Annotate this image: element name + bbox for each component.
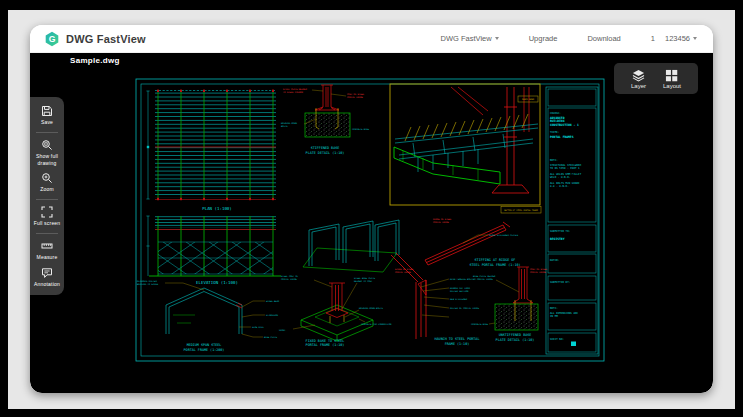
caret-down-icon (495, 37, 499, 40)
cad-annotation: RAFTER OF STEEL PORTAL FRAME (504, 209, 539, 212)
elevation-title: ELEVATION (1:100) (196, 280, 238, 285)
tb-note2-label: NOTE: (550, 307, 558, 310)
cad-annotation: PORTAL FRAME (281, 278, 297, 281)
fullscreen-icon (41, 206, 53, 218)
tb-submitted-by: SUBMITTED BY: (550, 281, 570, 284)
cad-annotation: RAFTER SECTION (450, 290, 469, 293)
account-area: 1 123456 (651, 34, 697, 43)
cad-annotation: EAVES BEAM (266, 300, 280, 303)
cad-annotation: SIDE RAIL (252, 326, 265, 329)
tb-note-line: 8.8 - U.N.O. (550, 185, 569, 188)
cad-drawing[interactable]: COURSE: ADVANCED BUILDING CONSTRUCTION -… (133, 77, 608, 364)
portal-frames-3d (303, 220, 399, 272)
tb-note2-b: IN MM (550, 315, 558, 318)
cad-annotation: PORTAL FRAME (433, 221, 449, 224)
caret-down-icon (693, 37, 697, 40)
brand[interactable]: G DWG FastView (44, 31, 146, 47)
unstiffened-title-1: UNSTIFFENED BASE (499, 333, 532, 337)
menu-product-label: DWG FastView (441, 34, 492, 43)
tb-note-label: NOTE: (550, 159, 558, 162)
plan-title: PLAN (1:100) (202, 206, 232, 211)
cad-annotation: STANCHION (266, 314, 279, 317)
layer-button-label: Layer (631, 83, 646, 89)
ridge-title-2: STEEL PORTAL FRAME (1:10) (469, 263, 520, 267)
full-screen-label: Full screen (34, 220, 61, 227)
annotation-button[interactable]: Annotation (31, 267, 64, 288)
sidebar-divider (36, 199, 58, 200)
save-label: Save (41, 119, 53, 126)
tb-note-line: TO BS 5950 : PART 1 (550, 167, 580, 170)
cad-annotation: PORTAL FRAME (347, 96, 363, 99)
haunch-title-1: HAUNCH TO STEEL PORTAL (435, 337, 480, 341)
dwg-fastview-logo-icon: G (44, 31, 60, 47)
cad-annotation: CONCRETE BASE (471, 323, 489, 326)
annotation-label: Annotation (34, 281, 60, 288)
cad-annotation: CONCRETE PAD FOUNDATION (361, 323, 392, 326)
tb-theme: PORTAL FRAMES (550, 135, 574, 139)
menu-upgrade-label: Upgrade (529, 34, 558, 43)
stiffened-base-detail: STIFF PLATE WELDED TO STEEL COLUMN POST … (281, 85, 370, 155)
menu-download-label: Download (587, 34, 620, 43)
haunch-detail: HIGH TENSILE BOLTS HAUNCH CUT FROM RAFTE… (391, 253, 480, 346)
layout-button[interactable]: Layout (663, 69, 681, 89)
measure-button[interactable]: Measure (31, 240, 64, 261)
ruler-icon (41, 240, 53, 252)
cad-annotation: PORTAL FRAME (395, 271, 411, 274)
cad-annotation: RIDGE STIFFENER PLATES (489, 234, 519, 237)
layers-icon (632, 69, 645, 82)
app-title: DWG FastView (66, 33, 146, 45)
menu-product[interactable]: DWG FastView (441, 34, 499, 43)
show-full-drawing-label: Show full drawing (31, 153, 64, 167)
ridge-title-1: STIFFING AT RIDGE OF (475, 258, 516, 262)
cad-annotation: GROUT (279, 329, 286, 332)
zoom-button[interactable]: Zoom (31, 172, 64, 193)
app-window: G DWG FastView DWG FastView Upgrade Down… (30, 25, 713, 393)
fixed-title-1: FIXED BASE TO STEEL (306, 339, 345, 343)
tb-sheet-label: SHEET NO: (550, 338, 564, 341)
cad-annotation: BOLTS (281, 125, 288, 128)
title-block: COURSE: ADVANCED BUILDING CONSTRUCTION -… (546, 87, 598, 354)
cad-annotation: TO PORTAL FRAME (473, 278, 493, 281)
sidebar-divider (36, 132, 58, 133)
speech-bubble-icon (41, 267, 53, 279)
zoom-in-icon (41, 172, 53, 184)
elevation-view: ELEVATION (1:100) (146, 216, 281, 285)
menu-download[interactable]: Download (587, 34, 620, 43)
tb-submitted-to: SUBMITTED TO: (550, 230, 570, 233)
fixed-title-2: PORTAL FRAME (1:10) (306, 343, 345, 347)
plan-view: PLAN (1:100) (146, 90, 276, 211)
menu-upgrade[interactable]: Upgrade (529, 34, 558, 43)
cad-annotation: PORTAL FRAME (530, 271, 546, 274)
tool-sidebar: Save Show full drawing (30, 97, 64, 295)
tb-sheet-number-mark (571, 342, 576, 347)
roof-3d-view: EAVES BEAM (390, 84, 540, 205)
notification-count[interactable]: 1 (651, 34, 655, 43)
cad-annotation: WEB STIFFENER (450, 298, 468, 301)
cad-annotation: HIGH TENSILE BOLTS (450, 278, 474, 281)
layer-button[interactable]: Layer (631, 69, 646, 89)
stiffened-title-1: STIFFENED BASE (311, 146, 340, 150)
stiffened-title-2: PLATE DETAIL (1:10) (306, 151, 345, 155)
drawing-canvas[interactable]: Sample.dwg Layer (30, 53, 713, 393)
full-screen-button[interactable]: Full screen (31, 206, 64, 227)
cad-annotation: BRACING TO EAVES (137, 283, 159, 286)
tb-theme-label: THEME: (550, 131, 559, 134)
layer-layout-panel: Layer Layout (614, 63, 698, 94)
show-full-drawing-button[interactable]: Show full drawing (31, 139, 64, 167)
account-menu[interactable]: 123456 (665, 34, 697, 43)
cad-annotation: RAFTER OF PORTAL FRAME (450, 307, 480, 310)
medium-title-2: PORTAL FRAME (1:200) (184, 348, 225, 352)
medium-title-1: MEDIUM SPAN STEEL (187, 343, 222, 347)
fixed-base-detail: STEEL POST OF PORTAL FRAME STEEL BASE PL… (279, 275, 392, 347)
account-id-label: 123456 (665, 34, 690, 43)
save-icon (41, 105, 53, 117)
page-background: G DWG FastView DWG FastView Upgrade Down… (8, 10, 735, 409)
cad-annotation: WELDED TO POST (354, 280, 373, 283)
tb-registry: REGISTRY (550, 237, 565, 241)
save-button[interactable]: Save (31, 105, 64, 126)
unstiffened-base-detail: BASE PLATE WELDED TO PORTAL FRAME POST O… (471, 267, 548, 342)
layout-button-label: Layout (663, 83, 681, 89)
cad-annotation: CONCRETE BASE (352, 128, 370, 131)
haunch-title-2: FRAME (1:10) (445, 342, 470, 346)
zoom-label: Zoom (40, 186, 54, 193)
